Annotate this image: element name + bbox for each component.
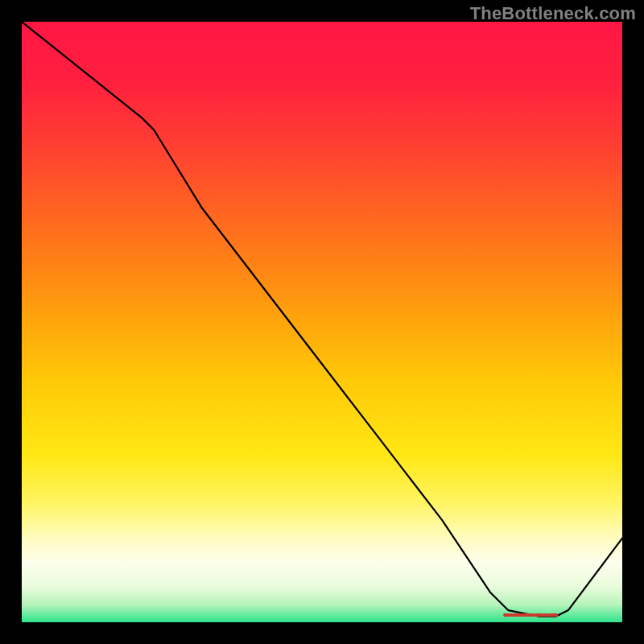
flat-marker-dot-left xyxy=(503,613,507,617)
chart-background xyxy=(22,22,622,622)
chart-plot-area xyxy=(22,22,622,622)
watermark-text: TheBottleneck.com xyxy=(470,3,636,24)
flat-marker-dot-right xyxy=(555,613,559,617)
chart-frame: TheBottleneck.com xyxy=(0,0,644,644)
chart-svg xyxy=(22,22,622,622)
